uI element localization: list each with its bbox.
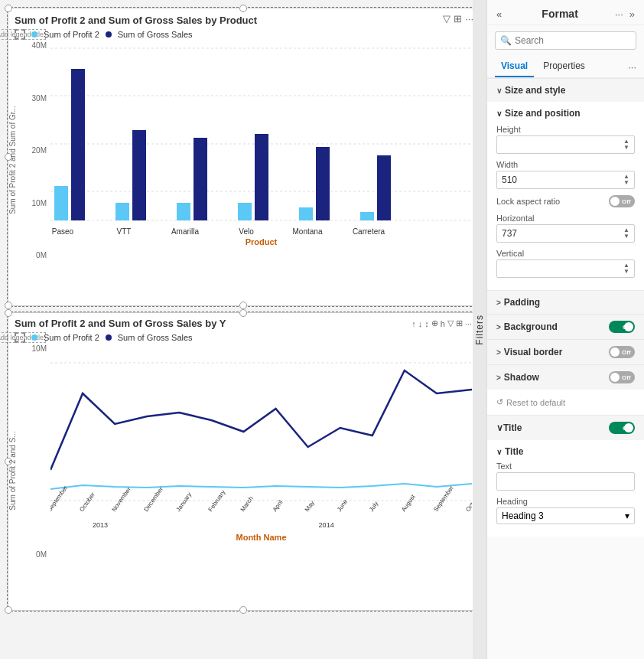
format-panel: « Format ··· » 🔍 Visual Properties ··· ∨… — [486, 0, 644, 659]
month-nov13: November — [110, 486, 132, 514]
v-down[interactable]: ▼ — [623, 269, 629, 275]
bar-velo-gross — [255, 134, 268, 220]
chart-toolbar: ▽ ⊞ ··· — [443, 13, 473, 24]
resize-handle-bm[interactable] — [239, 302, 247, 309]
tab-visual[interactable]: Visual — [495, 56, 534, 77]
height-input[interactable] — [502, 139, 604, 150]
background-toggle[interactable]: On — [609, 321, 635, 333]
section-shadow[interactable]: > Shadow Off — [487, 364, 644, 390]
heading-select[interactable]: Heading 3 ▾ — [496, 507, 635, 524]
horizontal-input-wrapper[interactable]: ▲ ▼ — [496, 224, 635, 243]
resize-handle-tl2[interactable] — [5, 309, 12, 317]
resize-handle-tl[interactable] — [5, 5, 12, 12]
x-axis-title-bar: Product — [50, 237, 472, 246]
resize-handle-tm2[interactable] — [239, 309, 247, 317]
background-knob — [624, 322, 633, 331]
section-size-style[interactable]: ∨ Size and style — [487, 78, 644, 102]
bar-montana-gross — [316, 147, 330, 220]
subsection-size-pos-label: Size and position — [505, 108, 581, 119]
expand-icon2[interactable]: ⊞ — [456, 318, 463, 328]
resize-handle-bl2[interactable] — [5, 606, 12, 614]
width-input[interactable] — [502, 175, 604, 185]
width-down[interactable]: ▼ — [623, 180, 629, 186]
expand-icon[interactable]: ⊞ — [454, 13, 462, 24]
chevron-title-inner: ∨ — [496, 448, 502, 456]
vertical-input-wrapper[interactable]: ▲ ▼ — [496, 259, 635, 278]
bar-chart-container[interactable]: Sum of Profit 2 and Sum of Gross Sales b… — [8, 8, 479, 306]
month-mar14: March — [239, 495, 255, 513]
section-visual-border[interactable]: > Visual border Off — [487, 339, 644, 364]
filter-icon2[interactable]: ▽ — [447, 318, 454, 328]
reset-icon: ↺ — [496, 397, 503, 407]
search-input[interactable] — [515, 35, 631, 46]
month-jun14: June — [336, 498, 350, 513]
x-label-vtt: VTT — [117, 227, 132, 236]
filter-icon[interactable]: ▽ — [443, 13, 450, 24]
sort-asc-icon[interactable]: ↑ — [411, 319, 416, 328]
hierarchy-icon[interactable]: h — [441, 319, 445, 328]
title-text-input[interactable] — [496, 472, 635, 491]
reset-to-default-btn[interactable]: ↺ Reset to default — [496, 394, 635, 410]
shadow-toggle-value: Off — [622, 374, 631, 381]
chevron-size-style: ∨ — [496, 86, 502, 95]
legend-title-box[interactable]: Add legend title — [15, 29, 25, 40]
resize-handle-bm2[interactable] — [239, 606, 247, 614]
lock-aspect-toggle[interactable]: Off — [609, 195, 635, 207]
filters-tab[interactable]: Filters — [473, 0, 486, 659]
width-spinner[interactable]: ▲ ▼ — [623, 174, 629, 186]
section-background[interactable]: > Background On — [487, 314, 644, 339]
legend-dot-profit — [31, 31, 37, 38]
line-y-0m: 0M — [36, 550, 47, 559]
horizontal-spinner[interactable]: ▲ ▼ — [623, 227, 629, 240]
lock-aspect-label: Lock aspect ratio — [496, 197, 560, 206]
bar-paseo-profit — [54, 186, 68, 220]
tab-properties[interactable]: Properties — [537, 56, 591, 77]
subsection-size-position[interactable]: ∨ Size and position — [496, 108, 635, 119]
search-box[interactable]: 🔍 — [495, 31, 636, 50]
width-input-wrapper[interactable]: ▲ ▼ — [496, 171, 635, 189]
shadow-toggle[interactable]: Off — [609, 371, 635, 383]
format-expand-icon[interactable]: » — [629, 8, 635, 20]
chevron-shadow: > — [496, 374, 501, 382]
horizontal-input[interactable] — [502, 228, 604, 239]
height-input-wrapper[interactable]: ▲ ▼ — [496, 135, 635, 154]
resize-handle-tm[interactable] — [239, 5, 247, 12]
reset-label: Reset to default — [506, 398, 565, 407]
month-aug14: August — [400, 493, 417, 513]
more-icon2[interactable]: ··· — [465, 319, 472, 328]
title-text-label: Text — [496, 462, 635, 471]
x-axis-title-line: Month Name — [50, 533, 472, 542]
drill-icon[interactable]: ⊕ — [431, 318, 438, 328]
resize-handle-bl[interactable] — [5, 302, 12, 309]
title-toggle[interactable]: On — [609, 422, 635, 434]
visual-border-toggle-value: Off — [622, 349, 631, 356]
bar-vtt-gross — [132, 130, 146, 220]
y-label-10m: 10M — [32, 199, 47, 207]
height-down[interactable]: ▼ — [623, 145, 629, 151]
vertical-spinner[interactable]: ▲ ▼ — [623, 263, 629, 275]
legend-dot-gross — [106, 31, 112, 38]
height-spinner[interactable]: ▲ ▼ — [623, 139, 629, 151]
month-oct14: October — [464, 491, 472, 513]
field-width: Width ▲ ▼ — [496, 160, 635, 189]
visual-border-knob — [610, 347, 620, 357]
sort-icon2[interactable]: ↕ — [424, 319, 429, 328]
bar-amarilla-profit — [177, 203, 190, 220]
vertical-label: Vertical — [496, 249, 635, 258]
collapse-panel-icon[interactable]: « — [496, 8, 502, 20]
legend-title-box2[interactable]: Add legend title — [15, 332, 25, 343]
visual-border-toggle[interactable]: Off — [609, 346, 635, 358]
section-title[interactable]: ∨ Title On — [487, 415, 644, 440]
line-chart-container[interactable]: Sum of Profit 2 and Sum of Gross Sales b… — [8, 312, 479, 611]
sort-desc-icon[interactable]: ↓ — [418, 319, 423, 328]
vertical-input[interactable] — [502, 263, 604, 274]
chevron-title: ∨ — [496, 422, 503, 433]
x-label-paseo: Paseo — [52, 227, 74, 236]
title-subsection-header[interactable]: ∨ Title — [496, 446, 635, 457]
format-more-icon[interactable]: ··· — [615, 8, 623, 20]
section-padding[interactable]: > Padding — [487, 290, 644, 314]
y-label-30m: 30M — [32, 94, 47, 103]
title-heading-label: Heading — [496, 497, 635, 506]
tab-more-icon[interactable]: ··· — [628, 61, 636, 73]
h-down[interactable]: ▼ — [623, 233, 629, 240]
